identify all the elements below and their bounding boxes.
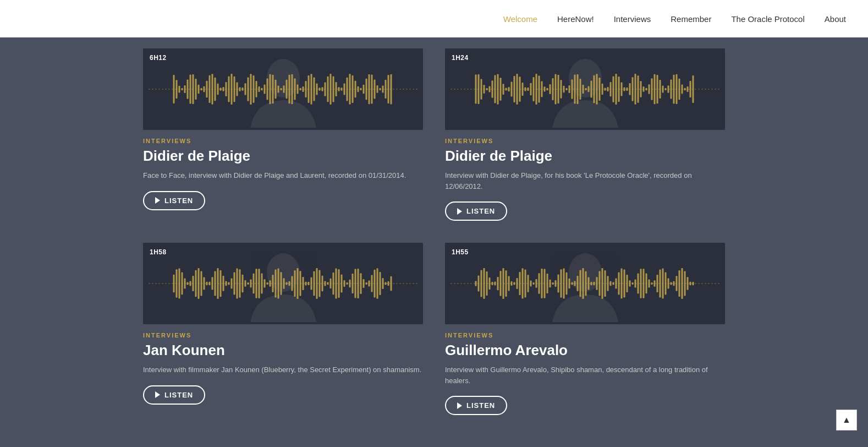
- duration-badge: 1H58: [150, 248, 167, 256]
- card-desc: Face to Face, interview with Didier de P…: [143, 170, 423, 181]
- main-nav: Welcome HereNow! Interviews Remember The…: [0, 0, 868, 37]
- card-category: INTERVIEWS: [445, 138, 725, 144]
- waveform-container: [143, 243, 423, 324]
- play-icon: [155, 197, 160, 204]
- main-content: 6H12 INTERVIEWS Didier de Plaige Face to…: [0, 37, 868, 437]
- duration-badge: 6H12: [150, 54, 167, 62]
- card-thumb-card3: 1H58: [143, 243, 423, 324]
- play-icon: [457, 402, 462, 409]
- waveform-container: [143, 48, 423, 130]
- card-card4: 1H55 INTERVIEWS Guillermo Arevalo Interv…: [445, 243, 725, 415]
- progress-line: [451, 89, 719, 90]
- listen-button[interactable]: LISTEN: [143, 191, 205, 210]
- card-card2: 1H24 INTERVIEWS Didier de Plaige Intervi…: [445, 48, 725, 221]
- card-thumb-card4: 1H55: [445, 243, 725, 324]
- nav-about[interactable]: About: [825, 14, 846, 24]
- nav-oracle[interactable]: The Oracle Protocol: [731, 14, 804, 24]
- listen-label: LISTEN: [164, 391, 193, 399]
- card-title: Jan Kounen: [143, 342, 423, 359]
- nav-interviews[interactable]: Interviews: [614, 14, 651, 24]
- listen-label: LISTEN: [164, 197, 193, 205]
- duration-badge: 1H55: [452, 248, 469, 256]
- progress-line: [149, 89, 417, 90]
- waveform-container: [445, 243, 725, 324]
- progress-line: [451, 284, 719, 284]
- card-thumb-card2: 1H24: [445, 48, 725, 130]
- card-title: Didier de Plaige: [143, 148, 423, 165]
- card-category: INTERVIEWS: [143, 332, 423, 339]
- card-desc: Interview with Didier de Plaige, for his…: [445, 170, 725, 192]
- scroll-top-button[interactable]: ▲: [836, 410, 857, 430]
- card-thumb-card1: 6H12: [143, 48, 423, 130]
- cards-grid: 6H12 INTERVIEWS Didier de Plaige Face to…: [143, 48, 725, 415]
- play-icon: [457, 208, 462, 215]
- listen-button[interactable]: LISTEN: [143, 385, 205, 405]
- progress-line: [149, 284, 417, 284]
- nav-welcome[interactable]: Welcome: [503, 14, 537, 24]
- nav-herenow[interactable]: HereNow!: [557, 14, 594, 24]
- nav-remember[interactable]: Remember: [671, 14, 711, 24]
- card-desc: Interview with filmmaker Jan Kounen (Blu…: [143, 364, 423, 375]
- play-icon: [155, 391, 160, 398]
- listen-button[interactable]: LISTEN: [445, 201, 507, 221]
- card-card1: 6H12 INTERVIEWS Didier de Plaige Face to…: [143, 48, 423, 221]
- card-card3: 1H58 INTERVIEWS Jan Kounen Interview wit…: [143, 243, 423, 415]
- waveform-container: [445, 48, 725, 130]
- duration-badge: 1H24: [452, 54, 469, 62]
- listen-label: LISTEN: [466, 401, 495, 410]
- card-desc: Interview with Guillermo Arevalo, Shipib…: [445, 364, 725, 386]
- card-title: Didier de Plaige: [445, 148, 725, 165]
- listen-button[interactable]: LISTEN: [445, 396, 507, 415]
- card-category: INTERVIEWS: [445, 332, 725, 339]
- card-title: Guillermo Arevalo: [445, 342, 725, 359]
- listen-label: LISTEN: [466, 207, 495, 215]
- card-category: INTERVIEWS: [143, 138, 423, 144]
